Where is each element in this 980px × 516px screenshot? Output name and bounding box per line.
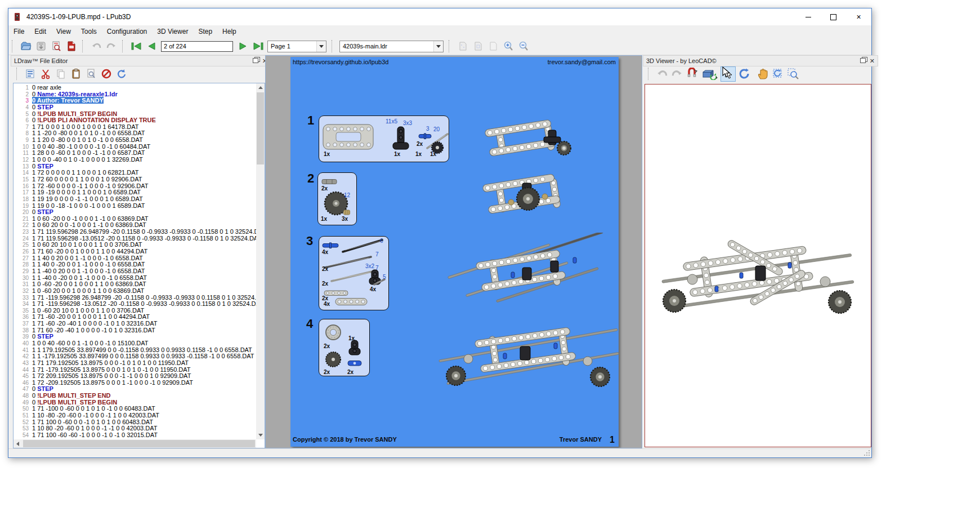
viewer-undo-button[interactable]	[655, 67, 669, 81]
viewer-float-button[interactable]	[860, 57, 866, 64]
editor-line[interactable]: 401 0 0 40 -60 0 0 1 -1 0 0 0 -1 0 15100…	[14, 340, 256, 347]
part-image[interactable]	[392, 126, 409, 152]
editor-line[interactable]: 151 72 60 0 0 0 0 1 1 0 0 0 1 0 92906.DA…	[14, 176, 256, 183]
redo-icon	[671, 68, 683, 80]
editor-lines[interactable]: 10 rear axle20 Name: 42039s-rearaxle1.ld…	[14, 84, 256, 439]
export-pdf-button[interactable]	[64, 39, 78, 54]
menu-configuration[interactable]: Configuration	[102, 26, 152, 37]
editor-line[interactable]: 181 19 19 0 0 0 0 -1 -1 0 0 0 1 0 6589.D…	[14, 196, 256, 203]
copy-button[interactable]	[53, 67, 68, 81]
line-text: 1 71 -60 -20 -40 1 0 0 0 0 -1 0 1 0 3231…	[32, 321, 157, 327]
step-4-parts-box[interactable]: 2x1x2x2x	[319, 319, 370, 376]
scroll-down-button[interactable]	[256, 431, 265, 439]
menu-edit[interactable]: Edit	[29, 26, 51, 37]
next-page-button[interactable]	[236, 39, 250, 54]
refresh-button[interactable]	[114, 67, 128, 81]
line-number: 49	[14, 399, 32, 406]
rotate-view-button[interactable]	[771, 67, 785, 81]
instruction-page[interactable]: https://trevorsandy.github.io/lpub3d tre…	[290, 57, 619, 447]
viewer-close-button[interactable]: ✕	[870, 57, 875, 64]
last-page-button[interactable]	[251, 39, 265, 54]
step-3-assembly-image[interactable]	[442, 233, 614, 314]
first-page-button[interactable]	[129, 39, 143, 54]
status-bar	[8, 448, 871, 457]
step-3-parts-box[interactable]: 4x62x72x74x3x252x4x	[319, 236, 389, 310]
menu-step[interactable]: Step	[193, 26, 217, 37]
editor-line[interactable]: 541 71 100 -60 -60 -1 0 0 0 -1 0 -1 0 32…	[14, 432, 256, 439]
editor-line[interactable]: 371 71 -60 -20 -40 1 0 0 0 0 -1 0 1 0 32…	[14, 321, 256, 327]
minimize-button[interactable]	[795, 8, 821, 25]
submodel-combo-value: 42039s-main.ldr	[343, 43, 387, 50]
scroll-up-button[interactable]	[256, 83, 265, 92]
editor-line[interactable]: 231 71 119.596298 26.948799 -20 0.1158 0…	[14, 229, 256, 235]
undo-button[interactable]	[89, 39, 103, 54]
print-preview-button[interactable]	[49, 39, 63, 54]
line-number: 40	[14, 340, 32, 347]
menu-help[interactable]: Help	[217, 26, 241, 37]
editor-line[interactable]: 261 71 60 -20 0 0 1 0 0 0 1 1 0 0 44294.…	[14, 248, 256, 255]
page-number-input[interactable]	[161, 41, 233, 52]
menu-view[interactable]: View	[51, 26, 76, 37]
part-quantity: 1x	[415, 151, 422, 157]
previous-page-button[interactable]	[144, 39, 158, 54]
pan-tool-button[interactable]	[755, 67, 769, 81]
save-button[interactable]	[34, 39, 48, 54]
editor-float-button[interactable]	[252, 57, 259, 64]
zoom-region-button[interactable]	[786, 67, 800, 81]
ldraw-editor[interactable]: 10 rear axle20 Name: 42039s-rearaxle1.ld…	[13, 83, 265, 448]
line-number: 51	[14, 412, 32, 419]
scroll-thumb[interactable]	[257, 92, 264, 164]
reload-model-button[interactable]	[700, 67, 719, 81]
editor-line[interactable]: 511 10 -80 -20 -60 0 -1 0 0 0 -1 1 0 0 4…	[14, 412, 256, 419]
part-image[interactable]	[323, 122, 374, 154]
resize-grip-icon[interactable]	[863, 450, 870, 456]
scroll-left-button[interactable]	[14, 439, 22, 448]
part-image[interactable]	[330, 270, 373, 285]
cut-button[interactable]	[38, 67, 52, 81]
close-button[interactable]: ×	[846, 8, 871, 25]
editor-vertical-scrollbar[interactable]	[256, 83, 265, 439]
step-4-assembly-image[interactable]	[436, 309, 624, 404]
first-page-icon	[130, 41, 142, 52]
part-image[interactable]	[347, 359, 362, 369]
line-text: 1 71 179.192505 13.8975 0 0 0 -1 0 1 0 1…	[32, 360, 189, 367]
fit-visible-button[interactable]	[471, 39, 485, 54]
page-select-combo[interactable]: Page 1	[267, 41, 326, 52]
redo-button[interactable]	[104, 39, 118, 54]
maximize-button[interactable]	[821, 8, 846, 25]
step-2-parts-box[interactable]: 2x1x123x	[317, 172, 357, 225]
page-canvas[interactable]: https://trevorsandy.github.io/lpub3d tre…	[265, 55, 642, 448]
submodel-select-combo[interactable]: 42039s-main.ldr	[339, 41, 444, 52]
snap-angle-button[interactable]	[685, 67, 699, 81]
rotate-tool-button[interactable]	[737, 67, 751, 81]
part-image[interactable]	[324, 323, 343, 344]
zoom-in-button[interactable]	[501, 39, 515, 54]
step-1-parts-box[interactable]: 1x11x51x3x32x31x201x	[319, 115, 449, 162]
find-document-icon	[86, 68, 97, 79]
menu-file[interactable]: File	[8, 26, 29, 37]
zoom-out-button[interactable]	[516, 39, 530, 54]
actual-size-button[interactable]	[486, 39, 500, 54]
viewer-viewport[interactable]	[645, 84, 871, 447]
step-1-assembly-image[interactable]	[482, 115, 575, 166]
part-image[interactable]	[348, 340, 361, 358]
line-number: 19	[14, 203, 32, 210]
paste-button[interactable]	[69, 67, 83, 81]
editor-line[interactable]: 291 1 -40 0 20 0 0 1 -1 0 0 0 -1 0 6558.…	[14, 268, 256, 275]
viewer-redo-button[interactable]	[670, 67, 684, 81]
editor-line[interactable]: 321 0 -60 20 0 0 1 0 0 0 1 1 0 0 63869.D…	[14, 288, 256, 295]
menu-3d-viewer[interactable]: 3D Viewer	[152, 26, 193, 37]
edit-line-button[interactable]	[23, 67, 37, 81]
fit-width-button[interactable]	[455, 39, 469, 54]
step-2-assembly-image[interactable]	[478, 168, 577, 228]
part-image[interactable]	[335, 297, 368, 308]
open-file-button[interactable]	[19, 39, 33, 54]
editor-line[interactable]: 431 71 179.192505 13.8975 0 0 0 -1 0 1 0…	[14, 360, 256, 367]
line-text: 1 0 -60 20 0 0 1 0 0 0 1 1 0 0 63869.DAT	[32, 288, 144, 295]
menu-tools[interactable]: Tools	[76, 26, 102, 37]
editor-horizontal-scrollbar[interactable]	[14, 439, 256, 448]
find-button[interactable]	[84, 67, 98, 81]
scroll-thumb[interactable]	[23, 440, 255, 447]
part-image[interactable]	[325, 351, 342, 370]
discard-button[interactable]	[99, 67, 113, 81]
